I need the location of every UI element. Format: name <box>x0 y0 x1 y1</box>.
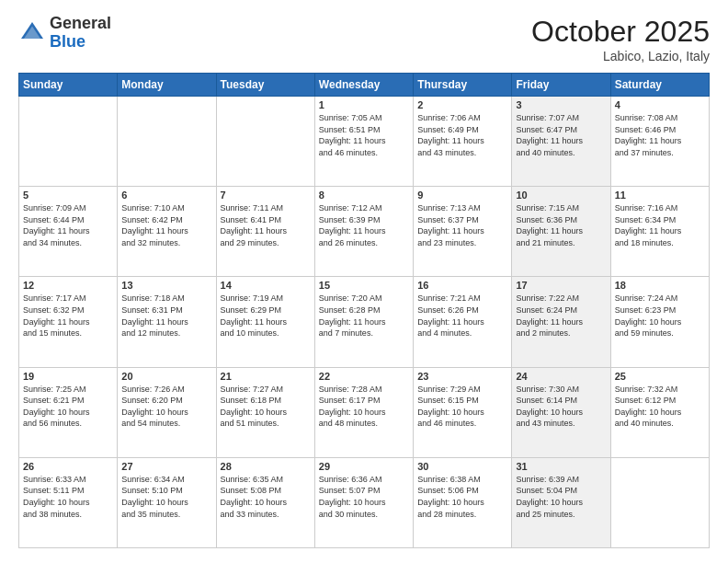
day-info: Sunrise: 6:36 AM Sunset: 5:07 PM Dayligh… <box>319 474 409 520</box>
day-info: Sunrise: 7:22 AM Sunset: 6:24 PM Dayligh… <box>516 293 606 339</box>
day-info: Sunrise: 7:16 AM Sunset: 6:34 PM Dayligh… <box>615 202 705 248</box>
calendar-cell: 26Sunrise: 6:33 AM Sunset: 5:11 PM Dayli… <box>19 457 118 547</box>
day-header-friday: Friday <box>512 74 610 97</box>
day-info: Sunrise: 7:27 AM Sunset: 6:18 PM Dayligh… <box>221 384 311 430</box>
calendar-cell: 2Sunrise: 7:06 AM Sunset: 6:49 PM Daylig… <box>414 97 512 187</box>
day-info: Sunrise: 7:12 AM Sunset: 6:39 PM Dayligh… <box>319 202 409 248</box>
day-info: Sunrise: 7:25 AM Sunset: 6:21 PM Dayligh… <box>23 384 113 430</box>
calendar-cell: 14Sunrise: 7:19 AM Sunset: 6:29 PM Dayli… <box>216 277 314 367</box>
day-info: Sunrise: 7:18 AM Sunset: 6:31 PM Dayligh… <box>121 293 211 339</box>
day-info: Sunrise: 7:32 AM Sunset: 6:12 PM Dayligh… <box>615 384 705 430</box>
calendar-cell: 28Sunrise: 6:35 AM Sunset: 5:08 PM Dayli… <box>216 457 314 547</box>
day-number: 26 <box>23 461 113 472</box>
calendar-cell: 12Sunrise: 7:17 AM Sunset: 6:32 PM Dayli… <box>19 277 118 367</box>
day-info: Sunrise: 7:09 AM Sunset: 6:44 PM Dayligh… <box>23 202 113 248</box>
day-info: Sunrise: 6:33 AM Sunset: 5:11 PM Dayligh… <box>23 474 113 520</box>
day-info: Sunrise: 7:10 AM Sunset: 6:42 PM Dayligh… <box>121 202 211 248</box>
day-number: 22 <box>319 371 409 382</box>
calendar-cell: 7Sunrise: 7:11 AM Sunset: 6:41 PM Daylig… <box>216 187 314 277</box>
day-number: 19 <box>23 371 113 382</box>
day-number: 21 <box>221 371 311 382</box>
calendar-cell <box>216 97 314 187</box>
calendar-cell: 1Sunrise: 7:05 AM Sunset: 6:51 PM Daylig… <box>314 97 413 187</box>
day-info: Sunrise: 7:28 AM Sunset: 6:17 PM Dayligh… <box>319 384 409 430</box>
logo-icon <box>18 19 46 47</box>
day-number: 12 <box>23 280 113 291</box>
day-number: 3 <box>516 99 606 110</box>
day-info: Sunrise: 6:34 AM Sunset: 5:10 PM Dayligh… <box>121 474 211 520</box>
day-number: 24 <box>516 371 606 382</box>
day-header-monday: Monday <box>118 74 216 97</box>
day-number: 13 <box>121 280 211 291</box>
day-number: 27 <box>121 461 211 472</box>
calendar-cell: 22Sunrise: 7:28 AM Sunset: 6:17 PM Dayli… <box>314 367 413 457</box>
day-info: Sunrise: 7:30 AM Sunset: 6:14 PM Dayligh… <box>516 384 606 430</box>
day-number: 23 <box>417 371 507 382</box>
location: Labico, Lazio, Italy <box>531 49 710 63</box>
day-number: 1 <box>319 99 409 110</box>
calendar-cell: 30Sunrise: 6:38 AM Sunset: 5:06 PM Dayli… <box>414 457 512 547</box>
logo: General Blue <box>18 15 111 52</box>
calendar-cell: 5Sunrise: 7:09 AM Sunset: 6:44 PM Daylig… <box>19 187 118 277</box>
calendar-cell: 25Sunrise: 7:32 AM Sunset: 6:12 PM Dayli… <box>610 367 709 457</box>
calendar-week-2: 12Sunrise: 7:17 AM Sunset: 6:32 PM Dayli… <box>19 277 710 367</box>
day-info: Sunrise: 7:24 AM Sunset: 6:23 PM Dayligh… <box>615 293 705 339</box>
calendar-cell: 6Sunrise: 7:10 AM Sunset: 6:42 PM Daylig… <box>118 187 216 277</box>
day-info: Sunrise: 7:06 AM Sunset: 6:49 PM Dayligh… <box>417 112 507 158</box>
calendar-cell: 18Sunrise: 7:24 AM Sunset: 6:23 PM Dayli… <box>610 277 709 367</box>
month-title: October 2025 <box>531 15 710 49</box>
calendar-cell: 27Sunrise: 6:34 AM Sunset: 5:10 PM Dayli… <box>118 457 216 547</box>
day-info: Sunrise: 6:35 AM Sunset: 5:08 PM Dayligh… <box>221 474 311 520</box>
day-info: Sunrise: 7:29 AM Sunset: 6:15 PM Dayligh… <box>417 384 507 430</box>
calendar-cell: 17Sunrise: 7:22 AM Sunset: 6:24 PM Dayli… <box>512 277 610 367</box>
day-info: Sunrise: 6:39 AM Sunset: 5:04 PM Dayligh… <box>516 474 606 520</box>
day-info: Sunrise: 7:20 AM Sunset: 6:28 PM Dayligh… <box>319 293 409 339</box>
day-header-saturday: Saturday <box>610 74 709 97</box>
day-info: Sunrise: 7:17 AM Sunset: 6:32 PM Dayligh… <box>23 293 113 339</box>
day-number: 29 <box>319 461 409 472</box>
calendar-cell: 19Sunrise: 7:25 AM Sunset: 6:21 PM Dayli… <box>19 367 118 457</box>
day-header-thursday: Thursday <box>414 74 512 97</box>
calendar-cell: 16Sunrise: 7:21 AM Sunset: 6:26 PM Dayli… <box>414 277 512 367</box>
day-number: 18 <box>615 280 705 291</box>
calendar-cell: 31Sunrise: 6:39 AM Sunset: 5:04 PM Dayli… <box>512 457 610 547</box>
day-number: 11 <box>615 190 705 201</box>
calendar-cell <box>118 97 216 187</box>
calendar-header-row: SundayMondayTuesdayWednesdayThursdayFrid… <box>19 74 710 97</box>
day-number: 6 <box>121 190 211 201</box>
day-info: Sunrise: 7:21 AM Sunset: 6:26 PM Dayligh… <box>417 293 507 339</box>
calendar-cell <box>19 97 118 187</box>
day-number: 30 <box>417 461 507 472</box>
title-block: October 2025 Labico, Lazio, Italy <box>531 15 710 63</box>
day-info: Sunrise: 7:26 AM Sunset: 6:20 PM Dayligh… <box>121 384 211 430</box>
calendar-week-0: 1Sunrise: 7:05 AM Sunset: 6:51 PM Daylig… <box>19 97 710 187</box>
header: General Blue October 2025 Labico, Lazio,… <box>18 15 710 63</box>
day-info: Sunrise: 7:15 AM Sunset: 6:36 PM Dayligh… <box>516 202 606 248</box>
page: General Blue October 2025 Labico, Lazio,… <box>0 0 728 563</box>
day-number: 8 <box>319 190 409 201</box>
day-number: 20 <box>121 371 211 382</box>
calendar-week-4: 26Sunrise: 6:33 AM Sunset: 5:11 PM Dayli… <box>19 457 710 547</box>
calendar-cell: 10Sunrise: 7:15 AM Sunset: 6:36 PM Dayli… <box>512 187 610 277</box>
day-number: 15 <box>319 280 409 291</box>
calendar-cell: 24Sunrise: 7:30 AM Sunset: 6:14 PM Dayli… <box>512 367 610 457</box>
day-header-tuesday: Tuesday <box>216 74 314 97</box>
calendar-cell: 3Sunrise: 7:07 AM Sunset: 6:47 PM Daylig… <box>512 97 610 187</box>
calendar-cell: 11Sunrise: 7:16 AM Sunset: 6:34 PM Dayli… <box>610 187 709 277</box>
calendar-cell: 8Sunrise: 7:12 AM Sunset: 6:39 PM Daylig… <box>314 187 413 277</box>
day-header-wednesday: Wednesday <box>314 74 413 97</box>
day-info: Sunrise: 7:19 AM Sunset: 6:29 PM Dayligh… <box>221 293 311 339</box>
calendar-cell: 9Sunrise: 7:13 AM Sunset: 6:37 PM Daylig… <box>414 187 512 277</box>
day-info: Sunrise: 7:11 AM Sunset: 6:41 PM Dayligh… <box>221 202 311 248</box>
day-info: Sunrise: 7:05 AM Sunset: 6:51 PM Dayligh… <box>319 112 409 158</box>
calendar-table: SundayMondayTuesdayWednesdayThursdayFrid… <box>18 73 710 548</box>
logo-text: General Blue <box>50 15 111 52</box>
day-number: 16 <box>417 280 507 291</box>
day-number: 4 <box>615 99 705 110</box>
calendar-cell <box>610 457 709 547</box>
day-number: 25 <box>615 371 705 382</box>
day-number: 17 <box>516 280 606 291</box>
day-number: 7 <box>221 190 311 201</box>
calendar-cell: 21Sunrise: 7:27 AM Sunset: 6:18 PM Dayli… <box>216 367 314 457</box>
day-info: Sunrise: 7:13 AM Sunset: 6:37 PM Dayligh… <box>417 202 507 248</box>
